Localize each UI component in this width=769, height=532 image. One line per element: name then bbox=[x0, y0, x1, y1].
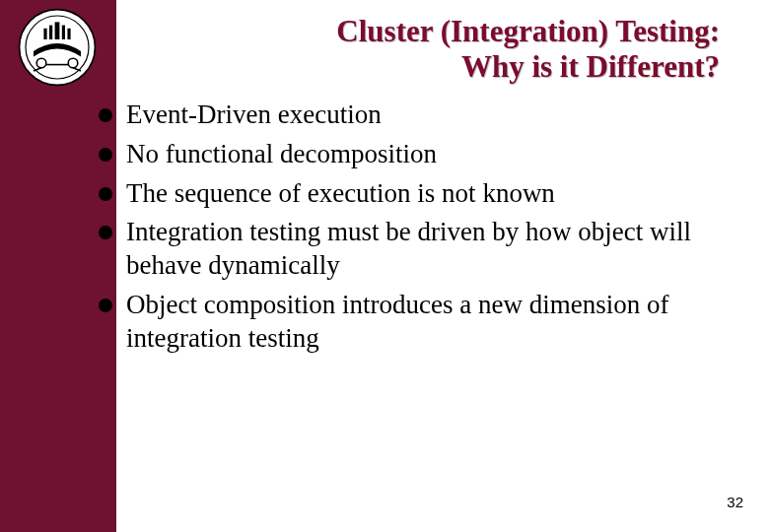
bullet-text: The sequence of execution is not known bbox=[126, 177, 555, 211]
title-line-1: Cluster (Integration) Testing: bbox=[336, 14, 720, 48]
list-item: No functional decomposition bbox=[99, 138, 749, 171]
bullet-text: Integration testing must be driven by ho… bbox=[126, 216, 749, 283]
bullet-text: Object composition introduces a new dime… bbox=[126, 289, 749, 356]
list-item: Event-Driven execution bbox=[99, 99, 749, 132]
list-item: The sequence of execution is not known bbox=[99, 177, 749, 211]
svg-rect-6 bbox=[67, 29, 70, 39]
svg-rect-4 bbox=[62, 26, 65, 39]
title-line-2: Why is it Different? bbox=[461, 49, 720, 84]
bullet-icon bbox=[99, 148, 112, 162]
bullet-icon bbox=[99, 226, 112, 239]
list-item: Object composition introduces a new dime… bbox=[99, 289, 749, 356]
university-logo bbox=[18, 8, 97, 87]
bullet-icon bbox=[99, 108, 112, 122]
page-number: 32 bbox=[727, 494, 743, 510]
bullet-text: Event-Driven execution bbox=[126, 99, 382, 132]
list-item: Integration testing must be driven by ho… bbox=[99, 216, 749, 283]
bullet-icon bbox=[99, 187, 112, 201]
slide-title: Cluster (Integration) Testing: Why is it… bbox=[128, 14, 749, 84]
svg-rect-2 bbox=[55, 22, 60, 39]
svg-rect-5 bbox=[43, 29, 46, 39]
bullet-list: Event-Driven execution No functional dec… bbox=[99, 99, 749, 361]
bullet-text: No functional decomposition bbox=[126, 138, 437, 171]
svg-rect-3 bbox=[49, 26, 52, 39]
bullet-icon bbox=[99, 299, 112, 312]
